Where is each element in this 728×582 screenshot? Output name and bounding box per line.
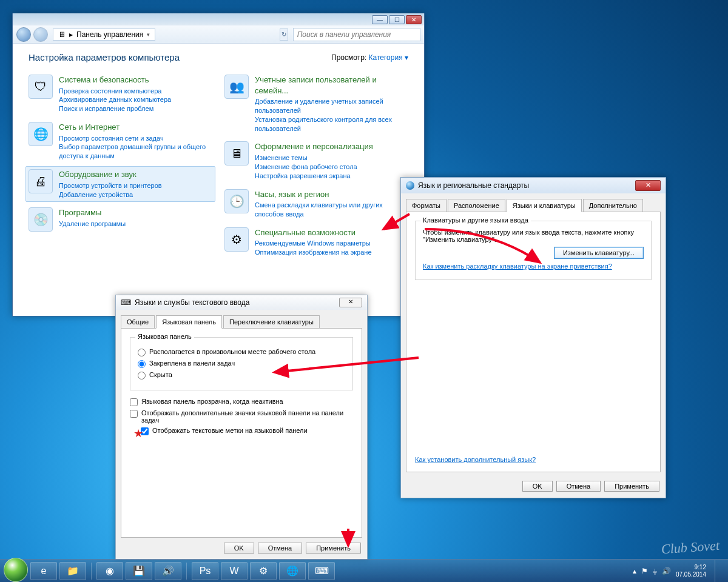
tab-strip: Форматы Расположение Языки и клавиатуры … xyxy=(401,193,666,212)
region-language-dialog: Язык и региональные стандарты ✕ Форматы … xyxy=(400,177,666,498)
taskbar-volume[interactable]: 🔊 xyxy=(155,562,181,580)
page-title: Настройка параметров компьютера xyxy=(29,52,180,62)
watermark: Club Sovet xyxy=(661,538,720,558)
cat-link[interactable]: Смена раскладки клавиатуры или других сп… xyxy=(255,201,408,219)
disc-icon: 💿 xyxy=(29,207,53,232)
close-button[interactable]: ✕ xyxy=(406,15,422,24)
category-network[interactable]: 🌐 Сеть и Интернет Просмотр состояния сет… xyxy=(29,122,212,161)
taskbar-photoshop[interactable]: Ps xyxy=(192,562,218,580)
dialog-buttons: OK Отмена Применить xyxy=(401,477,666,498)
check-transparent[interactable]: Языковая панель прозрачна, когда неактив… xyxy=(130,398,353,406)
forward-button[interactable] xyxy=(33,27,48,42)
category-hardware-sound[interactable]: 🖨 Оборудование и звук Просмотр устройств… xyxy=(25,166,215,202)
view-mode-dropdown[interactable]: Категория ▾ xyxy=(369,53,408,62)
tab-panel: Языковая панель Располагается в произвол… xyxy=(121,328,362,538)
tab-general[interactable]: Общие xyxy=(121,315,155,329)
show-desktop-button[interactable] xyxy=(715,560,722,582)
cat-link[interactable]: Изменение темы xyxy=(255,153,373,162)
cat-link[interactable]: Оптимизация изображения на экране xyxy=(255,248,372,257)
tab-keyboards-languages[interactable]: Языки и клавиатуры xyxy=(507,199,582,212)
dialog-buttons: OK Отмена Применить xyxy=(116,538,367,558)
keyboards-group: Клавиатуры и другие языки ввода Чтобы из… xyxy=(415,221,652,280)
taskbar-keyboard[interactable]: ⌨ xyxy=(308,562,335,580)
tray-up-icon[interactable]: ▴ xyxy=(633,567,636,575)
navigation-bar: 🖥 ▸ Панель управления ▾ ↻ xyxy=(13,25,424,44)
cat-link[interactable]: Просмотр состояния сети и задач xyxy=(59,134,212,143)
users-icon: 👥 xyxy=(224,75,249,99)
cat-link[interactable]: Проверка состояния компьютера xyxy=(59,87,171,96)
control-panel-window: — ☐ ✕ 🖥 ▸ Панель управления ▾ ↻ Настройк… xyxy=(12,13,425,316)
taskbar-ie[interactable]: e xyxy=(30,562,57,580)
dialog-title: Языки и службы текстового ввода xyxy=(135,298,249,307)
cat-link[interactable]: Рекомендуемые Windows параметры xyxy=(255,239,372,248)
category-appearance[interactable]: 🖥 Оформление и персонализация Изменение … xyxy=(224,141,408,180)
taskbar-save[interactable]: 💾 xyxy=(126,562,152,580)
radio-floating[interactable]: Располагается в произвольном месте рабоч… xyxy=(138,348,345,356)
taskbar-control-panel[interactable]: ⚙ xyxy=(250,562,277,580)
cat-link[interactable]: Добавление и удаление учетных записей по… xyxy=(255,97,408,115)
tray-flag-icon[interactable]: ⚑ xyxy=(641,567,648,575)
start-button[interactable] xyxy=(4,558,28,582)
ok-button[interactable]: OK xyxy=(224,543,254,554)
tab-advanced-keys[interactable]: Переключение клавиатуры xyxy=(223,315,320,329)
taskbar-explorer[interactable]: 📁 xyxy=(59,562,86,580)
monitor-icon: 🖥 xyxy=(224,141,249,166)
apply-button[interactable]: Применить xyxy=(604,481,659,492)
tab-strip: Общие Языковая панель Переключение клави… xyxy=(116,310,367,328)
back-button[interactable] xyxy=(16,27,31,42)
globe-icon: 🌐 xyxy=(29,122,53,146)
system-tray: ▴ ⚑ ⏚ 🔊 9:12 07.05.2014 xyxy=(633,560,724,582)
tab-language-bar[interactable]: Языковая панель xyxy=(156,315,222,329)
cat-link[interactable]: Просмотр устройств и принтеров xyxy=(59,181,162,190)
dialog-titlebar: ⌨ Языки и службы текстового ввода ✕ xyxy=(116,295,367,310)
change-keyboard-button[interactable]: Изменить клавиатуру... xyxy=(554,247,644,259)
radio-hidden[interactable]: Скрыта xyxy=(138,371,345,380)
language-bar-group: Языковая панель Располагается в произвол… xyxy=(130,337,353,390)
taskbar-chrome[interactable]: ◉ xyxy=(96,562,123,580)
cat-link[interactable]: Добавление устройства xyxy=(59,190,162,199)
category-system-security[interactable]: 🛡 Система и безопасность Проверка состоя… xyxy=(29,75,212,113)
minimize-button[interactable]: — xyxy=(372,15,388,24)
tab-location[interactable]: Расположение xyxy=(448,199,505,212)
printer-icon: 🖨 xyxy=(29,169,53,193)
tray-volume-icon[interactable]: 🔊 xyxy=(662,567,671,575)
close-button[interactable]: ✕ xyxy=(635,180,661,191)
cat-link[interactable]: Настройка разрешения экрана xyxy=(255,172,373,181)
maximize-button[interactable]: ☐ xyxy=(389,15,405,24)
category-clock-language-region[interactable]: 🕒 Часы, язык и регион Смена раскладки кл… xyxy=(224,189,408,219)
cat-link[interactable]: Удаление программы xyxy=(59,219,126,229)
welcome-screen-link[interactable]: Как изменить раскладку клавиатуры на экр… xyxy=(423,263,612,270)
apply-button[interactable]: Применить xyxy=(306,543,361,554)
cat-link[interactable]: Поиск и исправление проблем xyxy=(59,104,171,113)
close-button[interactable]: ✕ xyxy=(339,298,362,307)
search-input[interactable] xyxy=(293,28,420,41)
install-language-link[interactable]: Как установить дополнительный язык? xyxy=(415,456,536,463)
ok-button[interactable]: OK xyxy=(522,481,553,492)
taskbar-word[interactable]: W xyxy=(221,562,248,580)
tray-network-icon[interactable]: ⏚ xyxy=(653,567,657,575)
radio-docked-taskbar[interactable]: Закреплена в панели задач xyxy=(138,360,345,368)
accessibility-icon: ⚙ xyxy=(224,227,249,252)
category-ease-of-access[interactable]: ⚙ Специальные возможности Рекомендуемые … xyxy=(224,227,408,257)
check-extra-icons[interactable]: Отображать дополнительные значки языково… xyxy=(130,409,353,424)
category-programs[interactable]: 💿 Программы Удаление программы xyxy=(29,207,212,232)
tab-panel: Клавиатуры и другие языки ввода Чтобы из… xyxy=(406,212,661,472)
refresh-button[interactable]: ↻ xyxy=(280,28,288,41)
view-label: Просмотр: xyxy=(331,53,366,62)
cat-link[interactable]: Установка родительского контроля для все… xyxy=(255,115,408,133)
cat-link[interactable]: Выбор параметров домашней группы и общег… xyxy=(59,142,212,161)
computer-icon: 🖥 xyxy=(58,30,66,39)
taskbar-clock[interactable]: 9:12 07.05.2014 xyxy=(676,564,706,578)
cancel-button[interactable]: Отмена xyxy=(556,481,601,492)
cat-link[interactable]: Архивирование данных компьютера xyxy=(59,95,171,104)
breadcrumb[interactable]: 🖥 ▸ Панель управления ▾ xyxy=(53,28,155,41)
breadcrumb-label: Панель управления xyxy=(76,30,143,39)
taskbar-region[interactable]: 🌐 xyxy=(279,562,306,580)
check-text-labels[interactable]: ★ Отображать текстовые метки на языковой… xyxy=(130,427,353,435)
globe-icon xyxy=(406,181,414,190)
tab-administrative[interactable]: Дополнительно xyxy=(583,199,643,212)
cat-link[interactable]: Изменение фона рабочего стола xyxy=(255,162,373,172)
tab-formats[interactable]: Форматы xyxy=(406,199,447,212)
category-user-accounts[interactable]: 👥 Учетные записи пользователей и семейн.… xyxy=(224,75,408,133)
cancel-button[interactable]: Отмена xyxy=(258,543,302,554)
